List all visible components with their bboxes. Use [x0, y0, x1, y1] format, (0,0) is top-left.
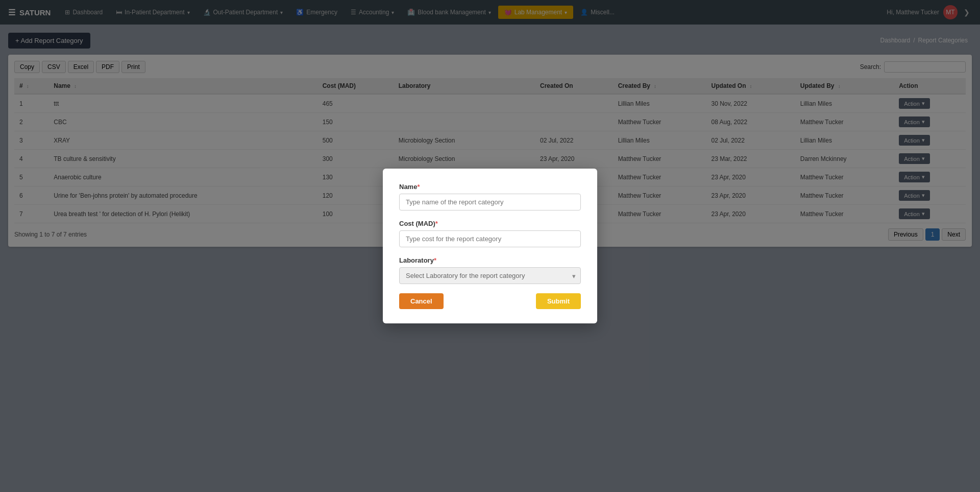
laboratory-select[interactable]: Select Laboratory for the report categor… — [399, 267, 581, 284]
name-input[interactable] — [399, 194, 581, 210]
name-label: Name* — [399, 183, 581, 191]
modal-name-field: Name* — [399, 183, 581, 210]
laboratory-select-wrapper: Select Laboratory for the report categor… — [399, 267, 581, 284]
cost-input[interactable] — [399, 230, 581, 247]
modal-cost-field: Cost (MAD)* — [399, 220, 581, 247]
add-report-category-modal: Name* Cost (MAD)* Laboratory* Select Lab… — [383, 169, 597, 323]
cancel-button[interactable]: Cancel — [399, 293, 444, 309]
modal-overlay[interactable]: Name* Cost (MAD)* Laboratory* Select Lab… — [0, 0, 980, 492]
modal-actions: Cancel Submit — [399, 293, 581, 309]
cost-label: Cost (MAD)* — [399, 220, 581, 227]
submit-button[interactable]: Submit — [536, 293, 581, 309]
modal-laboratory-field: Laboratory* Select Laboratory for the re… — [399, 256, 581, 284]
laboratory-label: Laboratory* — [399, 256, 581, 264]
